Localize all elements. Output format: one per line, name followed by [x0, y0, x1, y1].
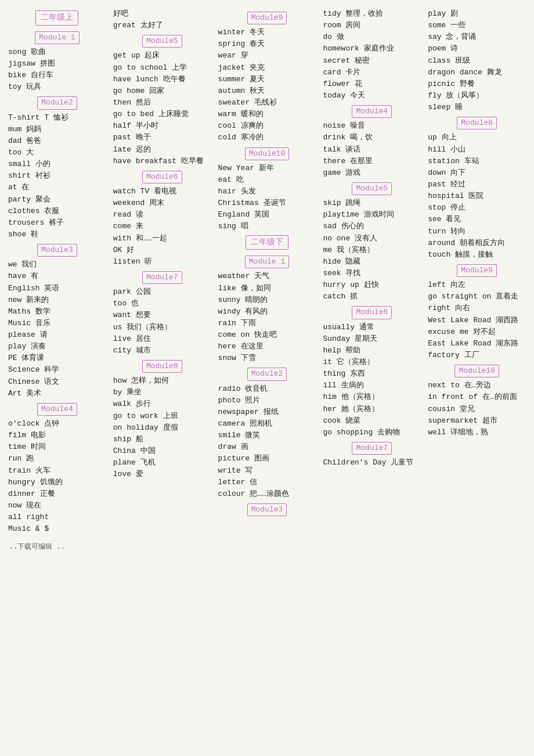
word-item: Christmas 圣诞节 [218, 197, 316, 209]
module-label: Module8 [457, 117, 497, 129]
word-item: windy 有风的 [218, 306, 316, 318]
word-item: by 乘坐 [113, 387, 211, 398]
module-label: Module4 [352, 105, 392, 118]
module-label-row: Module6 [113, 168, 211, 185]
word-item: go to bed 上床睡觉 [113, 109, 211, 120]
word-item: film 电影 [8, 430, 106, 441]
word-item: her 她（宾格） [323, 404, 421, 415]
word-item: wear 穿 [218, 50, 316, 62]
word-item: all right [8, 512, 106, 523]
word-item: drink 喝，饮 [323, 132, 421, 143]
word-item: play 剧 [428, 8, 526, 20]
word-item: new 新来的 [8, 294, 106, 306]
word-item: camera 照相机 [218, 418, 316, 430]
module-label: Module7 [142, 271, 182, 284]
word-item: class 班级 [428, 55, 526, 67]
word-item: here 在这里 [218, 341, 316, 352]
word-item: warm 暖和的 [218, 109, 316, 120]
word-item: Science 科学 [8, 364, 106, 376]
word-item: song 歌曲 [8, 46, 106, 58]
word-item: weekend 周末 [113, 197, 211, 209]
word-item: sad 伤心的 [323, 221, 421, 232]
word-item: go straight on 直着走 [428, 291, 526, 303]
word-item: rain 下雨 [218, 318, 316, 329]
word-item: clothes 衣服 [8, 206, 106, 217]
word-item: China 中国 [113, 445, 211, 457]
module-label-row: Module10 [428, 362, 526, 379]
word-item: late 迟的 [113, 144, 211, 156]
module-label-row: Module6 [323, 304, 421, 320]
column-3: Module9winter 冬天spring 春天wear 穿jacket 夹克… [215, 6, 320, 521]
column-1: 二年级上Module 1song 歌曲jigsaw 拼图bike 自行车toy … [5, 6, 110, 537]
module-label-row: Module2 [8, 94, 106, 110]
module-label: Module2 [37, 96, 77, 109]
module-label: Module9 [457, 264, 497, 277]
word-item: park 公园 [113, 286, 211, 298]
word-item: stop 停止 [428, 202, 526, 214]
column-2: 好吧great 太好了Module5get up 起床go to school … [110, 6, 215, 483]
module-label: Module2 [247, 368, 287, 380]
word-item: sweater 毛线衫 [218, 97, 316, 109]
content-area: 二年级上Module 1song 歌曲jigsaw 拼图bike 自行车toy … [0, 6, 534, 537]
word-item: OK 好 [113, 244, 211, 256]
word-item: skip 跳绳 [323, 197, 421, 209]
word-item: factory 工厂 [428, 350, 526, 361]
word-item: ill 生病的 [323, 380, 421, 391]
word-item: go home 回家 [113, 85, 211, 97]
word-item: come on 快走吧 [218, 329, 316, 341]
word-item: picnic 野餐 [428, 78, 526, 90]
word-item: fly 放（风筝） [428, 90, 526, 102]
word-item: radio 收音机 [218, 383, 316, 395]
word-item: dragon dance 舞龙 [428, 67, 526, 78]
word-item: we 我们 [8, 259, 106, 271]
word-item: go to school 上学 [113, 62, 211, 74]
word-item: too 大 [8, 147, 106, 159]
word-item: bike 自行车 [8, 70, 106, 81]
word-item: plane 飞机 [113, 457, 211, 469]
grade-label: 二年级下 [246, 235, 288, 250]
word-item: Maths 数学 [8, 306, 106, 318]
word-item: down 向下 [428, 167, 526, 179]
grade-label-row: 二年级上 [8, 10, 106, 26]
word-item: West Lake Road 湖西路 [428, 315, 526, 326]
word-item: eat 吃 [218, 174, 316, 186]
word-item: small 小的 [8, 159, 106, 170]
word-item: summer 夏天 [218, 74, 316, 85]
word-item: PE 体育课 [8, 352, 106, 364]
word-item: play 演奏 [8, 341, 106, 352]
word-item: picture 图画 [218, 453, 316, 465]
word-item: poem 诗 [428, 43, 526, 55]
module-label-row: Module7 [113, 269, 211, 285]
module-label: Module6 [142, 171, 182, 183]
footer-text: ..下载可编辑 .. [9, 543, 65, 551]
word-item: city 城市 [113, 345, 211, 357]
module-label: Module10 [245, 147, 289, 160]
module-label-row: Module3 [218, 501, 316, 517]
word-item: then 然后 [113, 97, 211, 109]
word-item: jacket 夹克 [218, 62, 316, 74]
word-item: great 太好了 [113, 20, 211, 31]
word-item: live 居住 [113, 333, 211, 345]
word-item: hill 小山 [428, 144, 526, 156]
word-item: 好吧 [113, 8, 211, 20]
word-item: sleep 睡 [428, 102, 526, 113]
word-item: me 我（宾格） [323, 244, 421, 256]
word-item: talk 谈话 [323, 144, 421, 156]
word-item: Children's Day 儿童节 [323, 457, 421, 469]
module-label: Module 1 [35, 31, 79, 44]
word-item: colour 把……涂颜色 [218, 488, 316, 500]
word-item: tidy 整理，收拾 [323, 8, 421, 20]
module-label: Module5 [352, 182, 392, 195]
module-label: Module7 [352, 442, 392, 455]
word-item: come 来 [113, 221, 211, 232]
word-item: Chinese 语文 [8, 376, 106, 388]
module-label-row: Module3 [8, 242, 106, 258]
word-item: game 游戏 [323, 167, 421, 179]
word-item: love 爱 [113, 469, 211, 480]
word-item: autumn 秋天 [218, 85, 316, 97]
word-item: cool 凉爽的 [218, 120, 316, 132]
module-label: Module5 [142, 35, 182, 48]
word-item: sing 唱 [218, 221, 316, 232]
word-item: read 读 [113, 209, 211, 221]
word-item: please 请 [8, 329, 106, 341]
